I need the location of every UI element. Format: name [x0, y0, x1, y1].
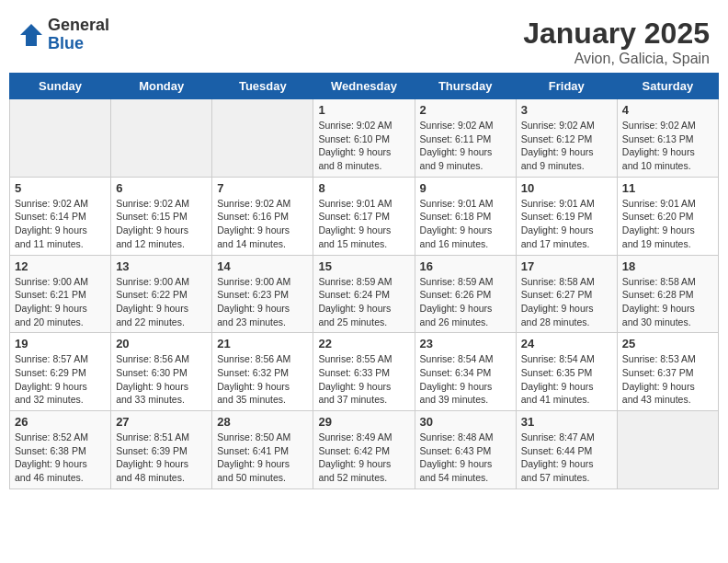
day-number: 1: [318, 103, 409, 117]
logo-blue: Blue: [48, 35, 109, 53]
weekday-header-wednesday: Wednesday: [313, 74, 415, 99]
day-number: 8: [318, 181, 409, 195]
day-info: Sunrise: 8:56 AM Sunset: 6:30 PM Dayligh…: [116, 352, 207, 407]
calendar-cell: 7Sunrise: 9:02 AM Sunset: 6:16 PM Daylig…: [212, 177, 313, 255]
day-number: 16: [420, 259, 511, 273]
calendar-cell: 13Sunrise: 9:00 AM Sunset: 6:22 PM Dayli…: [111, 255, 212, 333]
calendar-cell: 12Sunrise: 9:00 AM Sunset: 6:21 PM Dayli…: [10, 255, 111, 333]
day-info: Sunrise: 8:53 AM Sunset: 6:37 PM Dayligh…: [622, 352, 713, 407]
day-info: Sunrise: 8:55 AM Sunset: 6:33 PM Dayligh…: [318, 352, 409, 407]
page-subtitle: Avion, Galicia, Spain: [523, 51, 710, 67]
day-info: Sunrise: 8:59 AM Sunset: 6:26 PM Dayligh…: [420, 275, 511, 329]
title-block: January 2025 Avion, Galicia, Spain: [523, 17, 710, 67]
day-number: 22: [318, 337, 409, 350]
calendar-cell: 15Sunrise: 8:59 AM Sunset: 6:24 PM Dayli…: [313, 255, 415, 333]
day-info: Sunrise: 9:01 AM Sunset: 6:20 PM Dayligh…: [622, 197, 713, 251]
page-title: January 2025: [523, 17, 710, 51]
calendar-cell: 16Sunrise: 8:59 AM Sunset: 6:26 PM Dayli…: [415, 255, 516, 333]
day-info: Sunrise: 8:58 AM Sunset: 6:27 PM Dayligh…: [521, 275, 612, 329]
calendar-cell: 28Sunrise: 8:50 AM Sunset: 6:41 PM Dayli…: [212, 411, 313, 489]
calendar-cell: 14Sunrise: 9:00 AM Sunset: 6:23 PM Dayli…: [212, 255, 313, 333]
calendar-cell: 30Sunrise: 8:48 AM Sunset: 6:43 PM Dayli…: [415, 411, 516, 489]
calendar-cell: 1Sunrise: 9:02 AM Sunset: 6:10 PM Daylig…: [313, 99, 415, 178]
day-info: Sunrise: 9:02 AM Sunset: 6:16 PM Dayligh…: [217, 197, 308, 251]
day-number: 30: [420, 415, 511, 429]
calendar-cell: [212, 99, 313, 178]
day-info: Sunrise: 9:02 AM Sunset: 6:13 PM Dayligh…: [622, 119, 713, 173]
day-number: 31: [521, 415, 612, 429]
calendar-cell: 17Sunrise: 8:58 AM Sunset: 6:27 PM Dayli…: [516, 255, 617, 333]
day-number: 20: [116, 337, 207, 350]
day-number: 19: [15, 337, 106, 350]
day-number: 27: [116, 415, 207, 429]
day-info: Sunrise: 8:54 AM Sunset: 6:34 PM Dayligh…: [420, 352, 511, 407]
calendar-cell: 22Sunrise: 8:55 AM Sunset: 6:33 PM Dayli…: [313, 333, 415, 411]
calendar-cell: 10Sunrise: 9:01 AM Sunset: 6:19 PM Dayli…: [516, 177, 617, 255]
calendar-cell: 20Sunrise: 8:56 AM Sunset: 6:30 PM Dayli…: [111, 333, 212, 411]
weekday-header-row: SundayMondayTuesdayWednesdayThursdayFrid…: [10, 74, 719, 99]
day-info: Sunrise: 9:02 AM Sunset: 6:10 PM Dayligh…: [318, 119, 409, 173]
calendar-cell: 29Sunrise: 8:49 AM Sunset: 6:42 PM Dayli…: [313, 411, 415, 489]
day-number: 24: [521, 337, 612, 350]
calendar-cell: 2Sunrise: 9:02 AM Sunset: 6:11 PM Daylig…: [415, 99, 516, 178]
day-info: Sunrise: 8:51 AM Sunset: 6:39 PM Dayligh…: [116, 431, 207, 485]
calendar-cell: 9Sunrise: 9:01 AM Sunset: 6:18 PM Daylig…: [415, 177, 516, 255]
day-info: Sunrise: 8:56 AM Sunset: 6:32 PM Dayligh…: [217, 352, 308, 407]
day-info: Sunrise: 8:50 AM Sunset: 6:41 PM Dayligh…: [217, 431, 308, 485]
calendar-cell: 27Sunrise: 8:51 AM Sunset: 6:39 PM Dayli…: [111, 411, 212, 489]
day-number: 7: [217, 181, 308, 195]
day-number: 11: [622, 181, 713, 195]
logo: General Blue: [18, 17, 109, 53]
day-info: Sunrise: 9:01 AM Sunset: 6:18 PM Dayligh…: [420, 197, 511, 251]
day-info: Sunrise: 9:01 AM Sunset: 6:19 PM Dayligh…: [521, 197, 612, 251]
day-number: 2: [420, 103, 511, 117]
calendar-cell: 4Sunrise: 9:02 AM Sunset: 6:13 PM Daylig…: [617, 99, 718, 178]
weekday-header-friday: Friday: [516, 74, 617, 99]
calendar-cell: 3Sunrise: 9:02 AM Sunset: 6:12 PM Daylig…: [516, 99, 617, 178]
calendar-cell: [10, 99, 111, 178]
day-number: 25: [622, 337, 713, 350]
day-number: 4: [622, 103, 713, 117]
calendar-week-row: 12Sunrise: 9:00 AM Sunset: 6:21 PM Dayli…: [10, 255, 719, 333]
day-info: Sunrise: 8:58 AM Sunset: 6:28 PM Dayligh…: [622, 275, 713, 329]
day-number: 26: [15, 415, 106, 429]
day-info: Sunrise: 8:49 AM Sunset: 6:42 PM Dayligh…: [318, 431, 409, 485]
calendar-cell: 24Sunrise: 8:54 AM Sunset: 6:35 PM Dayli…: [516, 333, 617, 411]
day-number: 14: [217, 259, 308, 273]
day-info: Sunrise: 9:02 AM Sunset: 6:14 PM Dayligh…: [15, 197, 106, 251]
day-number: 28: [217, 415, 308, 429]
calendar-table: SundayMondayTuesdayWednesdayThursdayFrid…: [9, 73, 719, 489]
day-number: 3: [521, 103, 612, 117]
day-info: Sunrise: 8:47 AM Sunset: 6:44 PM Dayligh…: [521, 431, 612, 485]
day-number: 23: [420, 337, 511, 350]
day-number: 6: [116, 181, 207, 195]
weekday-header-tuesday: Tuesday: [212, 74, 313, 99]
calendar-cell: 25Sunrise: 8:53 AM Sunset: 6:37 PM Dayli…: [617, 333, 718, 411]
day-number: 9: [420, 181, 511, 195]
day-info: Sunrise: 8:52 AM Sunset: 6:38 PM Dayligh…: [15, 431, 106, 485]
day-number: 21: [217, 337, 308, 350]
weekday-header-monday: Monday: [111, 74, 212, 99]
calendar-cell: 11Sunrise: 9:01 AM Sunset: 6:20 PM Dayli…: [617, 177, 718, 255]
calendar-week-row: 26Sunrise: 8:52 AM Sunset: 6:38 PM Dayli…: [10, 411, 719, 489]
day-number: 13: [116, 259, 207, 273]
day-number: 17: [521, 259, 612, 273]
day-info: Sunrise: 8:54 AM Sunset: 6:35 PM Dayligh…: [521, 352, 612, 407]
weekday-header-thursday: Thursday: [415, 74, 516, 99]
day-info: Sunrise: 8:48 AM Sunset: 6:43 PM Dayligh…: [420, 431, 511, 485]
calendar-cell: 23Sunrise: 8:54 AM Sunset: 6:34 PM Dayli…: [415, 333, 516, 411]
day-number: 29: [318, 415, 409, 429]
calendar-cell: [617, 411, 718, 489]
day-number: 5: [15, 181, 106, 195]
calendar-cell: [111, 99, 212, 178]
calendar-cell: 31Sunrise: 8:47 AM Sunset: 6:44 PM Dayli…: [516, 411, 617, 489]
calendar-week-row: 19Sunrise: 8:57 AM Sunset: 6:29 PM Dayli…: [10, 333, 719, 411]
calendar-cell: 21Sunrise: 8:56 AM Sunset: 6:32 PM Dayli…: [212, 333, 313, 411]
calendar-cell: 26Sunrise: 8:52 AM Sunset: 6:38 PM Dayli…: [10, 411, 111, 489]
day-info: Sunrise: 9:01 AM Sunset: 6:17 PM Dayligh…: [318, 197, 409, 251]
day-number: 10: [521, 181, 612, 195]
calendar-cell: 19Sunrise: 8:57 AM Sunset: 6:29 PM Dayli…: [10, 333, 111, 411]
day-info: Sunrise: 9:02 AM Sunset: 6:11 PM Dayligh…: [420, 119, 511, 173]
day-number: 12: [15, 259, 106, 273]
day-info: Sunrise: 8:57 AM Sunset: 6:29 PM Dayligh…: [15, 352, 106, 407]
